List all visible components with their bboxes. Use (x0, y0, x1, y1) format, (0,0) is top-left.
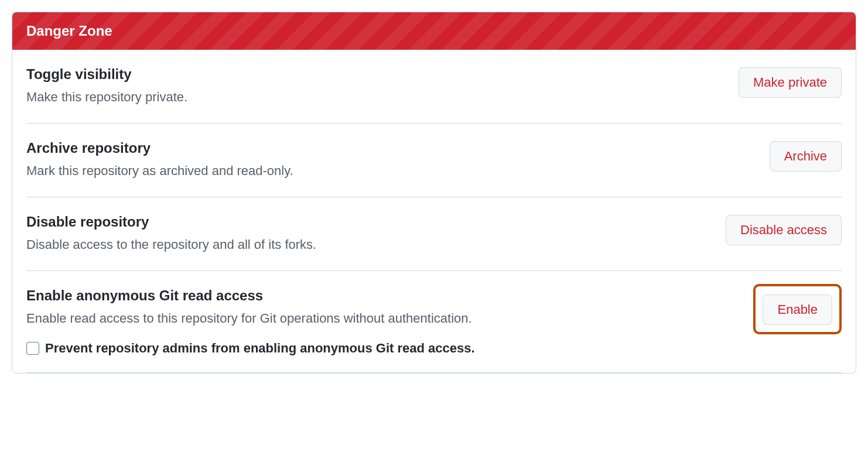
archive-button[interactable]: Archive (770, 141, 842, 172)
archive-repo-desc: Mark this repository as archived and rea… (26, 161, 758, 180)
anon-git-title: Enable anonymous Git read access (26, 287, 741, 304)
prevent-admins-label[interactable]: Prevent repository admins from enabling … (45, 341, 475, 356)
toggle-visibility-row: Toggle visibility Make this repository p… (26, 50, 842, 124)
disable-access-button[interactable]: Disable access (726, 215, 842, 245)
prevent-admins-row: Prevent repository admins from enabling … (26, 341, 741, 356)
enable-anon-git-button[interactable]: Enable (763, 295, 832, 325)
make-private-button[interactable]: Make private (739, 67, 842, 98)
anon-git-row: Enable anonymous Git read access Enable … (26, 271, 842, 373)
archive-repo-text: Archive repository Mark this repository … (26, 140, 770, 180)
toggle-visibility-text: Toggle visibility Make this repository p… (26, 66, 739, 107)
toggle-visibility-title: Toggle visibility (26, 66, 727, 83)
disable-repo-row: Disable repository Disable access to the… (26, 197, 842, 271)
danger-zone-title: Danger Zone (26, 23, 112, 39)
archive-repo-row: Archive repository Mark this repository … (26, 124, 842, 197)
disable-repo-desc: Disable access to the repository and all… (26, 235, 714, 254)
danger-zone-panel: Danger Zone Toggle visibility Make this … (12, 12, 856, 374)
prevent-admins-checkbox[interactable] (26, 342, 39, 355)
archive-repo-title: Archive repository (26, 140, 758, 156)
enable-button-highlight: Enable (753, 284, 842, 334)
disable-repo-title: Disable repository (26, 214, 714, 230)
anon-git-text: Enable anonymous Git read access Enable … (26, 287, 753, 356)
anon-git-desc: Enable read access to this repository fo… (26, 309, 741, 328)
danger-zone-header: Danger Zone (12, 12, 856, 50)
danger-zone-body: Toggle visibility Make this repository p… (12, 50, 856, 373)
disable-repo-text: Disable repository Disable access to the… (26, 214, 726, 254)
toggle-visibility-desc: Make this repository private. (26, 87, 727, 107)
